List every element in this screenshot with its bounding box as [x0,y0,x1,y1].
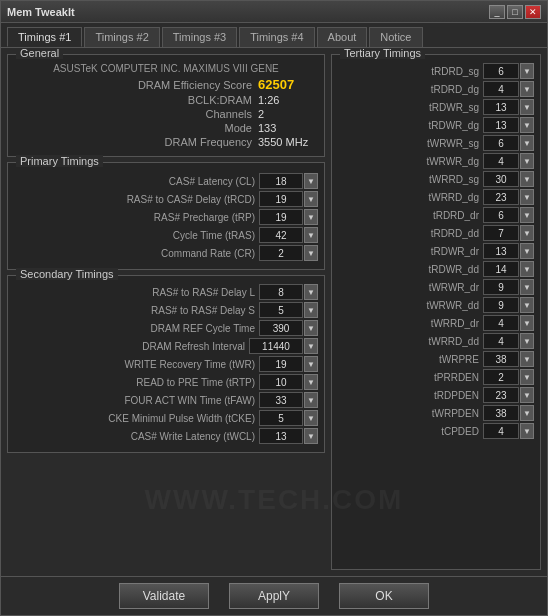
close-button[interactable]: ✕ [525,5,541,19]
tert-dropdown-19[interactable]: ▼ [520,405,534,421]
tert-dropdown-3[interactable]: ▼ [520,117,534,133]
sec-input-4[interactable] [259,356,303,372]
tert-label-4: tWRWR_sg [338,138,479,149]
sec-input-7[interactable] [259,410,303,426]
sec-input-3[interactable] [249,338,303,354]
general-label: General [16,48,63,59]
sec-input-8[interactable] [259,428,303,444]
primary-dropdown-2[interactable]: ▼ [304,209,318,225]
tert-dropdown-0[interactable]: ▼ [520,63,534,79]
tert-dropdown-4[interactable]: ▼ [520,135,534,151]
tert-input-group-14: ▼ [483,315,534,331]
primary-row-1: RAS# to CAS# Delay (tRCD) ▼ [14,191,318,207]
sec-input-group-3: ▼ [249,338,318,354]
tab-timings2[interactable]: Timings #2 [84,27,159,47]
ok-button[interactable]: OK [339,583,429,609]
sec-dropdown-5[interactable]: ▼ [304,374,318,390]
bclk-row: BCLK:DRAM 1:26 [14,94,318,106]
tert-input-group-19: ▼ [483,405,534,421]
tert-dropdown-17[interactable]: ▼ [520,369,534,385]
sec-dropdown-0[interactable]: ▼ [304,284,318,300]
sec-label-1: RAS# to RAS# Delay S [14,305,255,316]
sec-input-1[interactable] [259,302,303,318]
tert-label-2: tRDWR_sg [338,102,479,113]
tert-input-6[interactable] [483,171,519,187]
primary-input-3[interactable] [259,227,303,243]
tab-timings3[interactable]: Timings #3 [162,27,237,47]
tert-input-13[interactable] [483,297,519,313]
tert-input-7[interactable] [483,189,519,205]
tert-dropdown-8[interactable]: ▼ [520,207,534,223]
tert-input-0[interactable] [483,63,519,79]
tert-input-9[interactable] [483,225,519,241]
tert-dropdown-14[interactable]: ▼ [520,315,534,331]
tert-dropdown-11[interactable]: ▼ [520,261,534,277]
maximize-button[interactable]: □ [507,5,523,19]
tab-timings1[interactable]: Timings #1 [7,27,82,47]
tert-dropdown-5[interactable]: ▼ [520,153,534,169]
tert-dropdown-12[interactable]: ▼ [520,279,534,295]
minimize-button[interactable]: _ [489,5,505,19]
tert-row-20: tCPDED ▼ [338,423,534,439]
sec-row-5: READ to PRE Time (tRTP) ▼ [14,374,318,390]
sec-input-5[interactable] [259,374,303,390]
primary-dropdown-4[interactable]: ▼ [304,245,318,261]
tert-input-18[interactable] [483,387,519,403]
tert-dropdown-20[interactable]: ▼ [520,423,534,439]
primary-input-0[interactable] [259,173,303,189]
tert-label-14: tWRRD_dr [338,318,479,329]
tert-label-7: tWRRD_dg [338,192,479,203]
primary-dropdown-1[interactable]: ▼ [304,191,318,207]
tert-input-12[interactable] [483,279,519,295]
tert-input-8[interactable] [483,207,519,223]
tert-input-19[interactable] [483,405,519,421]
tert-input-10[interactable] [483,243,519,259]
sec-dropdown-3[interactable]: ▼ [304,338,318,354]
tab-about[interactable]: About [317,27,368,47]
tert-input-1[interactable] [483,81,519,97]
tert-input-2[interactable] [483,99,519,115]
tert-input-15[interactable] [483,333,519,349]
tert-dropdown-9[interactable]: ▼ [520,225,534,241]
sec-input-0[interactable] [259,284,303,300]
sec-input-6[interactable] [259,392,303,408]
tert-input-3[interactable] [483,117,519,133]
tert-input-group-4: ▼ [483,135,534,151]
tert-dropdown-6[interactable]: ▼ [520,171,534,187]
tert-dropdown-7[interactable]: ▼ [520,189,534,205]
sec-dropdown-6[interactable]: ▼ [304,392,318,408]
sec-dropdown-7[interactable]: ▼ [304,410,318,426]
tert-dropdown-15[interactable]: ▼ [520,333,534,349]
primary-input-4[interactable] [259,245,303,261]
tert-dropdown-13[interactable]: ▼ [520,297,534,313]
validate-button[interactable]: Validate [119,583,209,609]
primary-input-1[interactable] [259,191,303,207]
sec-dropdown-4[interactable]: ▼ [304,356,318,372]
tert-input-4[interactable] [483,135,519,151]
tert-input-group-20: ▼ [483,423,534,439]
tert-input-5[interactable] [483,153,519,169]
sec-dropdown-8[interactable]: ▼ [304,428,318,444]
primary-input-2[interactable] [259,209,303,225]
sec-dropdown-2[interactable]: ▼ [304,320,318,336]
apply-button[interactable]: ApplY [229,583,319,609]
tert-dropdown-2[interactable]: ▼ [520,99,534,115]
tert-label-11: tRDWR_dd [338,264,479,275]
tab-notice[interactable]: Notice [369,27,422,47]
tert-dropdown-18[interactable]: ▼ [520,387,534,403]
sec-input-2[interactable] [259,320,303,336]
tert-input-11[interactable] [483,261,519,277]
mobo-text: ASUSTeK COMPUTER INC. MAXIMUS VIII GENE [14,63,318,74]
tert-input-16[interactable] [483,351,519,367]
tert-dropdown-16[interactable]: ▼ [520,351,534,367]
tert-input-14[interactable] [483,315,519,331]
sec-dropdown-1[interactable]: ▼ [304,302,318,318]
tert-dropdown-1[interactable]: ▼ [520,81,534,97]
window-title: Mem TweakIt [7,6,75,18]
tert-input-17[interactable] [483,369,519,385]
primary-dropdown-3[interactable]: ▼ [304,227,318,243]
primary-dropdown-0[interactable]: ▼ [304,173,318,189]
tert-dropdown-10[interactable]: ▼ [520,243,534,259]
tert-input-20[interactable] [483,423,519,439]
tab-timings4[interactable]: Timings #4 [239,27,314,47]
